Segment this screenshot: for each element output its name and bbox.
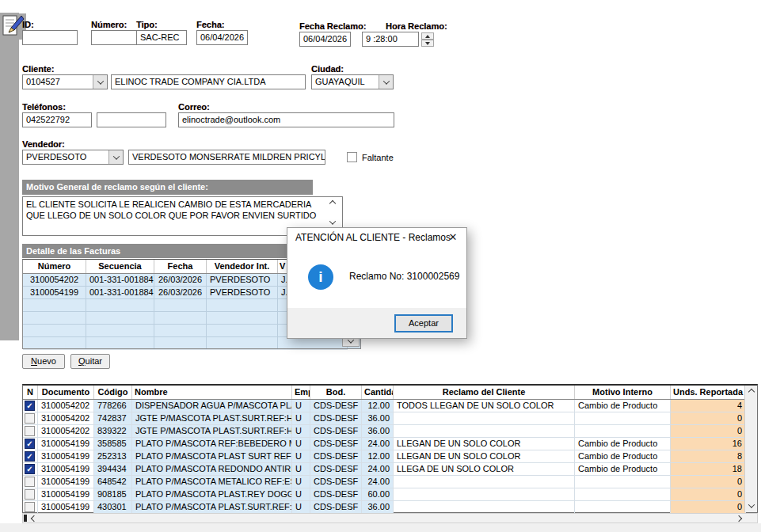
vendedor-code-combo[interactable]: PVERDESOTO <box>22 150 124 165</box>
cell-codigo: 252313 <box>94 450 132 463</box>
cell-reclamo: LLEGAN DE UN SOLO COLOR <box>394 450 575 463</box>
numero-label: Número: <box>91 20 127 29</box>
telefono1-field[interactable]: 042522792 <box>22 112 92 127</box>
row-checkbox[interactable] <box>25 502 35 512</box>
column-header[interactable]: N <box>23 386 38 399</box>
spin-up-icon[interactable] <box>421 32 434 40</box>
column-header[interactable]: Bod. <box>310 386 362 399</box>
cell-codigo: 648542 <box>94 476 132 488</box>
cell <box>154 337 207 350</box>
table-row: 3100054199648542PLATO P/MASCOTA METALICO… <box>23 476 757 488</box>
cell-emp: U <box>292 425 310 438</box>
column-header[interactable]: Unds. Reportada <box>671 386 746 399</box>
column-header[interactable]: Número <box>23 260 86 273</box>
row-checkbox[interactable] <box>25 489 35 500</box>
vertical-scrollbar[interactable] <box>744 386 757 512</box>
faltante-checkbox[interactable] <box>347 152 357 162</box>
table-row: ✓3100054199394434PLATO P/MASCOTA REDONDO… <box>23 463 757 476</box>
row-checkbox[interactable] <box>25 413 35 424</box>
column-header[interactable]: Código <box>94 386 132 399</box>
cell-documento: 3100054199 <box>38 488 94 501</box>
cell-nombre: PLATO P/MASCOTA REF:BEBEDERO MAS <box>132 438 292 450</box>
cell-emp: U <box>292 488 310 501</box>
ciudad-value: GUAYAQUIL <box>312 75 379 89</box>
spin-down-icon[interactable] <box>421 40 434 47</box>
column-header[interactable]: Secuencia <box>86 260 154 273</box>
cell-cantidad: 24.00 <box>362 476 394 488</box>
vendedor-name-field[interactable]: VERDESOTO MONSERRATE MILDREN PRICYLA <box>128 150 325 165</box>
column-header[interactable]: Fecha <box>154 260 207 273</box>
cell <box>154 299 207 312</box>
horizontal-scrollbar[interactable] <box>22 513 758 523</box>
cell-nombre: DISPENSADOR AGUA P/MASCOTA PLASTI <box>132 400 292 412</box>
table-row: 3100054199908185PLATO P/MASCOTA PLAST.RE… <box>23 488 757 501</box>
row-checkbox[interactable] <box>25 426 35 436</box>
cell-unds: 8 <box>671 450 746 463</box>
scrollbar-thumb[interactable] <box>24 515 27 522</box>
chevron-down-icon[interactable] <box>108 150 123 164</box>
cell-bod: CDS-DESF <box>310 400 362 412</box>
chevron-down-icon[interactable] <box>93 75 107 89</box>
column-header[interactable]: Emp. <box>292 386 310 399</box>
hora-reclamo-field[interactable]: 9 :28:00 <box>362 32 419 47</box>
cell-cantidad: 12.00 <box>362 400 394 412</box>
cell <box>23 337 86 350</box>
cell <box>86 337 154 350</box>
column-header[interactable]: Motivo Interno <box>575 386 671 399</box>
scroll-left-icon[interactable] <box>28 513 40 524</box>
edit-note-icon-svg <box>1 13 25 38</box>
table-row: 3100054199430301PLATO P/MASCOTA PLAST.SU… <box>23 501 757 514</box>
scroll-up-icon[interactable] <box>328 199 337 208</box>
column-header[interactable]: Reclamo del Cliente <box>394 386 575 399</box>
row-checkbox[interactable]: ✓ <box>25 439 35 449</box>
ciudad-label: Ciudad: <box>311 64 344 74</box>
scroll-right-icon[interactable] <box>732 513 744 524</box>
cell-motivo <box>575 425 671 438</box>
id-field[interactable] <box>22 30 78 45</box>
cliente-code-value: 0104527 <box>23 75 93 89</box>
column-header[interactable]: Cantidad <box>362 386 394 399</box>
tipo-field[interactable]: SAC-REC <box>136 30 187 45</box>
scroll-down-icon[interactable] <box>328 218 337 227</box>
hora-reclamo-spinner[interactable] <box>421 32 434 47</box>
cell-cantidad: 12.00 <box>362 450 394 463</box>
cell <box>23 299 86 312</box>
fecha-field[interactable]: 06/04/2026 <box>196 30 248 45</box>
cliente-name-field[interactable]: ELINOC TRADE COMPANY CIA.LTDA <box>111 74 306 89</box>
cell-emp: U <box>292 412 310 425</box>
row-checkbox[interactable]: ✓ <box>25 451 35 462</box>
row-checkbox[interactable] <box>25 477 35 487</box>
row-checkbox[interactable]: ✓ <box>25 401 35 411</box>
vendedor-label: Vendedor: <box>22 139 65 149</box>
tipo-label: Tipo: <box>136 20 158 29</box>
cell-cb: ✓ <box>23 438 38 450</box>
cell-cb: ✓ <box>23 400 38 412</box>
cliente-code-combo[interactable]: 0104527 <box>22 74 108 89</box>
cell-cb: ✓ <box>23 450 38 463</box>
scroll-down-icon[interactable] <box>745 500 757 511</box>
nuevo-button[interactable]: Nuevo <box>22 354 65 369</box>
column-header[interactable]: Nombre <box>132 386 292 399</box>
quitar-button[interactable]: Quitar <box>70 354 110 369</box>
table-row: 3100054202839322JGTE P/MASCOTA PLAST.SUR… <box>23 425 757 438</box>
scroll-up-icon[interactable] <box>745 386 757 397</box>
correo-field[interactable]: elinoctrade@outlook.com <box>178 112 394 127</box>
aceptar-button[interactable]: Aceptar <box>394 314 453 332</box>
cell-unds: 16 <box>671 438 746 450</box>
info-icon: i <box>308 264 333 290</box>
cell-motivo: Cambio de Producto <box>575 463 671 476</box>
cell-reclamo: TODOS LLEGAN DE UN SOLO COLOR <box>394 400 575 412</box>
telefono2-field[interactable] <box>97 112 166 127</box>
cell-motivo: Cambio de Producto <box>575 450 671 463</box>
fecha-reclamo-field[interactable]: 06/04/2026 <box>299 32 351 47</box>
close-icon[interactable]: ✕ <box>446 230 460 245</box>
column-header[interactable]: Vendedor Int. <box>207 260 278 273</box>
fecha-label: Fecha: <box>196 20 224 29</box>
chevron-down-icon[interactable] <box>379 75 393 89</box>
row-checkbox[interactable]: ✓ <box>25 464 35 474</box>
cell-cantidad: 36.00 <box>362 501 394 514</box>
ciudad-combo[interactable]: GUAYAQUIL <box>311 74 394 89</box>
cell-codigo: 778266 <box>94 400 132 412</box>
column-header[interactable]: Documento <box>38 386 94 399</box>
cell-codigo: 430301 <box>94 501 132 514</box>
